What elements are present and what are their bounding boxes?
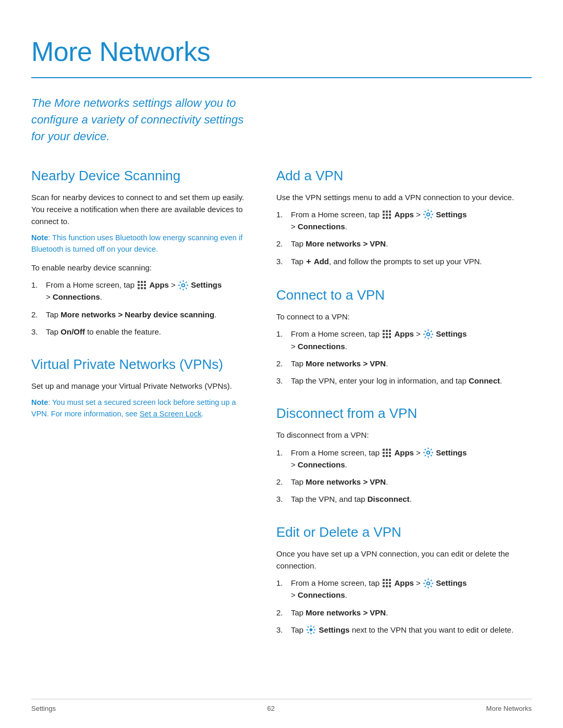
- svg-rect-46: [383, 585, 385, 587]
- svg-rect-47: [386, 585, 388, 587]
- svg-point-49: [427, 582, 430, 585]
- svg-rect-43: [383, 582, 385, 584]
- step-number: 2.: [31, 309, 46, 320]
- svg-rect-10: [383, 211, 385, 213]
- edit-delete-vpn-title: Edit or Delete a VPN: [276, 522, 532, 542]
- edit-delete-vpn-body: Once you have set up a VPN connection, y…: [276, 548, 532, 572]
- svg-point-29: [427, 333, 430, 336]
- apps-icon: [137, 280, 146, 290]
- svg-rect-7: [141, 287, 143, 289]
- step-item: 1. From a Home screen, tap Apps > Settin…: [276, 447, 532, 471]
- svg-rect-37: [386, 455, 388, 457]
- step-item: 2. Tap More networks > Nearby device sca…: [31, 309, 250, 320]
- step-number: 1.: [276, 328, 291, 340]
- step-item: 3. Tap the VPN, and tap Disconnect.: [276, 493, 532, 505]
- svg-rect-34: [386, 452, 388, 454]
- nearby-device-scanning-body: Scan for nearby devices to connect to an…: [31, 191, 250, 228]
- disconnect-vpn-section: Disconnect from a VPN To disconnect from…: [276, 403, 532, 505]
- step-number: 1.: [276, 208, 291, 220]
- step-content: Tap More networks > VPN.: [291, 607, 532, 619]
- footer-left: Settings: [31, 704, 56, 714]
- settings-icon: [423, 578, 433, 588]
- svg-rect-11: [386, 211, 388, 213]
- disconnect-vpn-title: Disconnect from a VPN: [276, 403, 532, 424]
- svg-rect-40: [383, 579, 385, 581]
- step-number: 3.: [31, 326, 46, 338]
- step-content: Tap the VPN, enter your log in informati…: [291, 375, 532, 387]
- svg-rect-48: [389, 585, 391, 587]
- step-item: 1. From a Home screen, tap Apps > Settin…: [276, 577, 532, 601]
- svg-rect-26: [383, 336, 385, 338]
- add-vpn-body: Use the VPN settings menu to add a VPN c…: [276, 191, 532, 203]
- step-item: 2. Tap More networks > VPN.: [276, 238, 532, 250]
- nearby-device-note: Note: This function uses Bluetooth low e…: [31, 232, 250, 255]
- step-item: 2. Tap More networks > VPN.: [276, 357, 532, 369]
- svg-rect-1: [141, 281, 143, 283]
- nearby-device-scanning-title: Nearby Device Scanning: [31, 166, 250, 186]
- svg-rect-45: [389, 582, 391, 584]
- svg-rect-27: [386, 336, 388, 338]
- add-vpn-steps: 1. From a Home screen, tap Apps > Settin…: [276, 208, 532, 268]
- svg-rect-2: [144, 281, 146, 283]
- svg-rect-36: [383, 455, 385, 457]
- gear-icon: [306, 625, 316, 635]
- screen-lock-link[interactable]: Set a Screen Lock: [140, 410, 202, 418]
- svg-rect-31: [386, 449, 388, 451]
- step-number: 1.: [276, 577, 291, 589]
- svg-rect-12: [389, 211, 391, 213]
- step-item: 2. Tap More networks > VPN.: [276, 476, 532, 488]
- step-item: 1. From a Home screen, tap Apps > Settin…: [276, 208, 532, 233]
- step-number: 2.: [276, 238, 291, 250]
- svg-rect-17: [386, 217, 388, 219]
- connect-vpn-steps: 1. From a Home screen, tap Apps > Settin…: [276, 328, 532, 387]
- settings-icon: [423, 329, 433, 339]
- svg-rect-24: [386, 333, 388, 335]
- step-item: 2. Tap More networks > VPN.: [276, 607, 532, 619]
- edit-delete-vpn-section: Edit or Delete a VPN Once you have set u…: [276, 522, 532, 636]
- svg-rect-6: [138, 287, 140, 289]
- svg-point-9: [182, 283, 185, 287]
- svg-rect-14: [386, 214, 388, 216]
- two-column-layout: Nearby Device Scanning Scan for nearby d…: [31, 166, 532, 652]
- step-number: 1.: [276, 447, 291, 459]
- svg-rect-42: [389, 579, 391, 581]
- page-container: More Networks The More networks settings…: [0, 0, 563, 728]
- apps-icon: [382, 448, 391, 458]
- step-content: Tap the VPN, and tap Disconnect.: [291, 493, 532, 505]
- settings-icon: [423, 209, 433, 219]
- step-content: From a Home screen, tap Apps > Settings>…: [291, 447, 532, 471]
- vpns-section: Virtual Private Networks (VPNs) Set up a…: [31, 354, 250, 420]
- connect-vpn-body: To connect to a VPN:: [276, 311, 532, 323]
- footer-right: More Networks: [486, 704, 532, 714]
- svg-rect-15: [389, 214, 391, 216]
- svg-rect-0: [138, 281, 140, 283]
- step-content: From a Home screen, tap Apps > Settings>…: [46, 279, 250, 303]
- svg-rect-35: [389, 452, 391, 454]
- step-content: Tap More networks > VPN.: [291, 357, 532, 369]
- footer-center: 62: [267, 704, 275, 714]
- add-vpn-title: Add a VPN: [276, 166, 532, 186]
- step-number: 3.: [276, 493, 291, 505]
- step-item: 1. From a Home screen, tap Apps > Settin…: [31, 279, 250, 303]
- vpns-title: Virtual Private Networks (VPNs): [31, 354, 250, 375]
- svg-rect-30: [383, 449, 385, 451]
- vpns-note: Note: You must set a secured screen lock…: [31, 397, 250, 420]
- svg-rect-21: [386, 330, 388, 332]
- apps-icon: [382, 578, 391, 588]
- svg-rect-22: [389, 330, 391, 332]
- left-column: Nearby Device Scanning Scan for nearby d…: [31, 166, 250, 652]
- vpns-body: Set up and manage your Virtual Private N…: [31, 380, 250, 392]
- page-title: More Networks: [31, 31, 532, 72]
- svg-rect-18: [389, 217, 391, 219]
- connect-vpn-title: Connect to a VPN: [276, 285, 532, 305]
- settings-icon: [178, 280, 188, 290]
- step-content: Tap + Add, and follow the prompts to set…: [291, 255, 532, 268]
- svg-point-39: [427, 451, 430, 454]
- svg-point-50: [310, 628, 313, 632]
- plus-icon: +: [306, 255, 311, 268]
- disconnect-vpn-body: To disconnect from a VPN:: [276, 429, 532, 441]
- nearby-device-scanning-section: Nearby Device Scanning Scan for nearby d…: [31, 166, 250, 338]
- add-vpn-section: Add a VPN Use the VPN settings menu to a…: [276, 166, 532, 268]
- svg-rect-44: [386, 582, 388, 584]
- apps-icon: [382, 210, 391, 219]
